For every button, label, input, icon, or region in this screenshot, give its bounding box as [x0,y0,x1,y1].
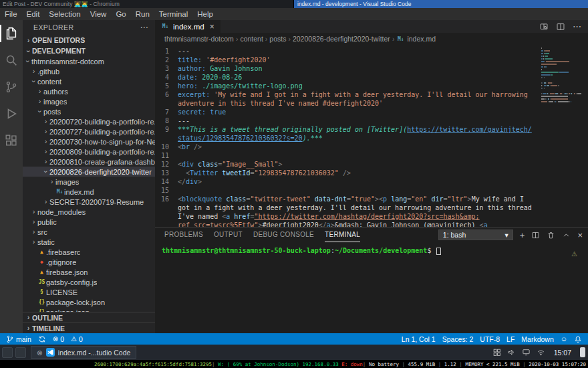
minimap[interactable] [541,48,583,104]
display-icon[interactable] [522,348,531,357]
tree-item-firebaserc[interactable]: ›▲.firebaserc [23,247,155,257]
menu-run[interactable]: Run [131,8,154,20]
status-feedback[interactable]: ☺ [557,333,571,345]
split-editor-icon[interactable] [556,22,565,31]
menu-terminal[interactable]: Terminal [154,8,192,20]
workspace-pager-icon[interactable] [492,348,501,357]
chromium-window-title[interactable]: Edit Post - DEV Community 👩‍💻👨‍💻 - Chrom… [0,0,294,8]
tree-item-20200727-building-a-portfolio-re[interactable]: ›20200727-building-a-portfolio-re... [23,126,155,136]
close-window-icon[interactable]: ⊗ [37,349,43,357]
kill-terminal-icon[interactable] [547,231,555,240]
tree-item-images[interactable]: ›images [23,177,155,187]
search-icon[interactable] [0,47,23,74]
code-line[interactable]: I've named <a href="https://twitter.com/… [155,212,588,221]
code-line[interactable]: 12<div class="Image__Small"> [155,160,588,169]
menu-help[interactable]: Help [192,8,218,20]
split-terminal-icon[interactable] [531,231,540,240]
code-line[interactable]: 10<br /> [155,143,588,151]
breadcrumb-item-20200826-deerfight2020-twitter[interactable]: 20200826-deerfight2020-twitter [293,35,390,43]
run-debug-icon[interactable] [0,100,23,127]
code-line[interactable]: ref_src=twsrc%5Etfw">#deerfight2020</a>&… [155,221,588,227]
timeline-section[interactable]: › TIMELINE [23,323,155,333]
tree-item-content[interactable]: ›content [23,76,155,86]
more-actions-icon[interactable]: ⋯ [573,21,581,31]
code-line[interactable]: 6excerpt: 'My wife and I got in a fight … [155,90,588,99]
status-eol[interactable]: LF [503,333,518,345]
tree-item-package-json[interactable]: ›{}package.json [23,307,155,312]
tree-item-package-lock-json[interactable]: ›{}package-lock.json [23,297,155,307]
tree-item-authors[interactable]: ›authors [23,86,155,96]
code-line[interactable]: 13 <Twitter tweetId="1298354787621036032… [155,169,588,177]
panel-tab-output[interactable]: OUTPUT [214,227,243,242]
status-warnings[interactable]: ⚠0 [67,333,86,345]
tree-item-static[interactable]: ›static [23,237,155,247]
tree-item-public[interactable]: ›public [23,217,155,227]
source-control-icon[interactable] [0,74,23,100]
code-line[interactable]: 16<blockquote class="twitter-tweet" data… [155,195,588,203]
menu-file[interactable]: File [0,8,22,20]
network-icon[interactable] [537,348,545,357]
status-indentation[interactable]: Spaces: 2 [439,333,477,345]
tree-item-license[interactable]: ›§LICENSE [23,287,155,297]
tree-item-20200809-building-a-portfolio-re[interactable]: ›20200809-building-a-portfolio-re... [23,147,155,157]
tree-item-src[interactable]: ›src [23,227,155,237]
code-line[interactable]: got in a fight with a deer yesterday. I'… [155,203,588,212]
close-panel-icon[interactable]: × [577,230,583,240]
status-language-mode[interactable]: Markdown [518,333,557,345]
code-line[interactable]: 3author: Gavin Johnson [155,64,588,73]
panel-tab-debug-console[interactable]: DEBUG CONSOLE [253,227,314,242]
close-tab-icon[interactable]: × [210,22,214,31]
breadcrumb-item-thtmnisamnstr-dotcom[interactable]: thtmnisamnstr-dotcom [164,35,234,43]
code-line[interactable]: 2title: '#deerfight2020' [155,56,588,64]
panel-tab-terminal[interactable]: TERMINAL [325,227,360,242]
explorer-more-actions-icon[interactable]: ⋯ [140,23,148,32]
launcher-icon-1[interactable] [2,347,13,358]
tree-item-20200730-how-to-sign-up-for-ne[interactable]: ›20200730-how-to-sign-up-for-Ne... [23,136,155,147]
breadcrumb-item-posts[interactable]: posts [269,35,286,43]
extensions-icon[interactable] [0,127,23,154]
code-line[interactable]: status/1298354787621036032?s=20).*** [155,134,588,143]
explorer-icon[interactable] [0,20,23,47]
code-line[interactable]: 9***This is a tweet thread originally po… [155,125,588,134]
taskbar-window-button[interactable]: ⊗ index.md -...tudio Code [31,346,136,359]
tree-item-posts[interactable]: ›posts [23,106,155,116]
code-line[interactable]: 14</div> [155,177,588,186]
shell-selector[interactable]: 1: bash ▾ [438,229,513,240]
menu-edit[interactable]: Edit [22,8,45,20]
menu-go[interactable]: Go [111,8,130,20]
tree-item-20200826-deerfight2020-twitter[interactable]: ›20200826-deerfight2020-twitter [23,167,155,177]
show-desktop-button[interactable] [580,347,585,357]
launcher-icon-2[interactable] [15,347,26,358]
terminal[interactable]: thtmnisamnstr@thtmnisamnstr-50-buck-lapt… [155,242,588,333]
tree-item-gatsby-config-js[interactable]: ›JSgatsby-config.js [23,277,155,287]
menu-view[interactable]: View [86,8,112,20]
new-terminal-icon[interactable]: + [520,230,525,240]
tree-item-node-modules[interactable]: ›node_modules [23,207,155,217]
status-encoding[interactable]: UTF-8 [476,333,503,345]
tree-item-images[interactable]: ›images [23,96,155,106]
maximize-panel-icon[interactable] [562,231,571,240]
tree-item-firebase-json[interactable]: ›▲firebase.json [23,267,155,277]
code-line[interactable]: 1--- [155,47,588,56]
outline-section[interactable]: › OUTLINE [23,312,155,323]
code-line[interactable]: adventure in this thread I've named #dee… [155,99,588,108]
open-editors-section[interactable]: › OPEN EDITORS [23,35,155,45]
tab-index-md[interactable]: M↓ index.md × [155,20,220,33]
vscode-window-title[interactable]: index.md - development - Visual Studio C… [294,0,588,8]
code-line[interactable]: 8--- [155,116,588,125]
tree-item-github[interactable]: ›.github [23,66,155,76]
code-line[interactable]: 5hero: ./images/twitter-logo.png [155,82,588,90]
volume-icon[interactable] [507,348,516,357]
status-sync[interactable] [35,333,49,345]
editor[interactable]: 1---2title: '#deerfight2020'3author: Gav… [155,45,588,227]
workspace-root-section[interactable]: › DEVELOPMENT [23,45,155,56]
tree-item-thtmnisamnstr-dotcom[interactable]: ›thtmnisamnstr-dotcom [23,56,155,66]
tree-item-gitignore[interactable]: ›◆.gitignore [23,257,155,267]
tree-item-secret-20200719-resume[interactable]: ›SECRET-20200719-Resume [23,197,155,207]
status-git-branch[interactable]: main [3,333,35,345]
panel-tab-problems[interactable]: PROBLEMS [164,227,203,242]
breadcrumb-item-content[interactable]: content [240,35,263,43]
open-preview-icon[interactable] [539,22,549,31]
code-line[interactable]: 11 [155,151,588,160]
code-line[interactable]: 4date: 2020-08-26 [155,73,588,82]
